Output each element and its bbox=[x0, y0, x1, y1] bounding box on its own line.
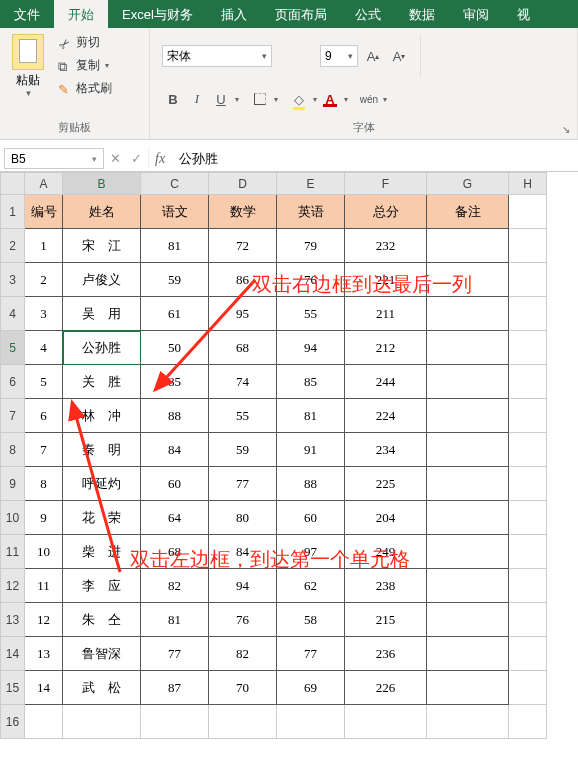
cell[interactable]: 69 bbox=[277, 671, 345, 705]
cell[interactable]: 77 bbox=[209, 467, 277, 501]
cell[interactable]: 60 bbox=[277, 501, 345, 535]
bold-button[interactable]: B bbox=[162, 88, 184, 110]
name-box[interactable]: B5 ▾ bbox=[4, 148, 104, 169]
header-total[interactable]: 总分 bbox=[345, 195, 427, 229]
cell[interactable]: 224 bbox=[345, 399, 427, 433]
cell[interactable]: 4 bbox=[25, 331, 63, 365]
cell[interactable]: 14 bbox=[25, 671, 63, 705]
cell[interactable]: 221 bbox=[345, 263, 427, 297]
italic-button[interactable]: I bbox=[186, 88, 208, 110]
cell[interactable]: 秦 明 bbox=[63, 433, 141, 467]
decrease-font-button[interactable]: A▾ bbox=[388, 45, 410, 67]
tab-insert[interactable]: 插入 bbox=[207, 0, 261, 28]
cell[interactable] bbox=[509, 399, 547, 433]
header-english[interactable]: 英语 bbox=[277, 195, 345, 229]
cell[interactable]: 9 bbox=[25, 501, 63, 535]
cell[interactable]: 82 bbox=[209, 637, 277, 671]
cell[interactable]: 7 bbox=[25, 433, 63, 467]
row-header-3[interactable]: 3 bbox=[1, 263, 25, 297]
cell[interactable]: 76 bbox=[209, 603, 277, 637]
cell[interactable] bbox=[427, 297, 509, 331]
cancel-icon[interactable]: ✕ bbox=[110, 151, 121, 166]
cell[interactable]: 80 bbox=[209, 501, 277, 535]
cell[interactable] bbox=[509, 433, 547, 467]
cell[interactable] bbox=[427, 671, 509, 705]
cell[interactable]: 关 胜 bbox=[63, 365, 141, 399]
cell[interactable]: 94 bbox=[209, 569, 277, 603]
cell[interactable]: 70 bbox=[209, 671, 277, 705]
cell[interactable]: 94 bbox=[277, 331, 345, 365]
cell[interactable]: 花 荣 bbox=[63, 501, 141, 535]
col-header-B[interactable]: B bbox=[63, 173, 141, 195]
header-chinese[interactable]: 语文 bbox=[141, 195, 209, 229]
confirm-icon[interactable]: ✓ bbox=[131, 151, 142, 166]
cell[interactable]: 77 bbox=[141, 637, 209, 671]
cell[interactable]: 79 bbox=[277, 229, 345, 263]
cell[interactable] bbox=[345, 705, 427, 739]
cell[interactable]: 50 bbox=[141, 331, 209, 365]
cell[interactable]: 204 bbox=[345, 501, 427, 535]
cell[interactable] bbox=[509, 365, 547, 399]
cell[interactable]: 吴 用 bbox=[63, 297, 141, 331]
col-header-D[interactable]: D bbox=[209, 173, 277, 195]
tab-formulas[interactable]: 公式 bbox=[341, 0, 395, 28]
cell[interactable]: 55 bbox=[209, 399, 277, 433]
font-color-button[interactable]: A bbox=[319, 88, 341, 110]
cell[interactable] bbox=[427, 501, 509, 535]
cell[interactable]: 11 bbox=[25, 569, 63, 603]
increase-font-button[interactable]: A▴ bbox=[362, 45, 384, 67]
format-painter-button[interactable]: ✎ 格式刷 bbox=[54, 78, 116, 99]
tab-excel-finance[interactable]: Excel与财务 bbox=[108, 0, 207, 28]
cell[interactable]: 81 bbox=[141, 603, 209, 637]
cell[interactable]: 武 松 bbox=[63, 671, 141, 705]
cell[interactable]: 86 bbox=[209, 263, 277, 297]
copy-button[interactable]: ⧉ 复制 ▾ bbox=[54, 55, 116, 76]
row-header-5[interactable]: 5 bbox=[1, 331, 25, 365]
cell[interactable] bbox=[427, 637, 509, 671]
cell[interactable] bbox=[63, 705, 141, 739]
col-header-F[interactable]: F bbox=[345, 173, 427, 195]
row-header-13[interactable]: 13 bbox=[1, 603, 25, 637]
col-header-A[interactable]: A bbox=[25, 173, 63, 195]
cell[interactable] bbox=[427, 399, 509, 433]
row-header-10[interactable]: 10 bbox=[1, 501, 25, 535]
row-header-8[interactable]: 8 bbox=[1, 433, 25, 467]
cell[interactable] bbox=[509, 705, 547, 739]
cell[interactable] bbox=[427, 569, 509, 603]
cell[interactable]: 呼延灼 bbox=[63, 467, 141, 501]
cell[interactable]: 236 bbox=[345, 637, 427, 671]
cell[interactable] bbox=[509, 535, 547, 569]
cell[interactable]: 88 bbox=[141, 399, 209, 433]
tab-home[interactable]: 开始 bbox=[54, 0, 108, 28]
cell[interactable]: 74 bbox=[209, 365, 277, 399]
cell[interactable]: 84 bbox=[141, 433, 209, 467]
cell[interactable]: 85 bbox=[277, 365, 345, 399]
underline-button[interactable]: U bbox=[210, 88, 232, 110]
select-all-corner[interactable] bbox=[1, 173, 25, 195]
row-header-14[interactable]: 14 bbox=[1, 637, 25, 671]
cell[interactable]: 68 bbox=[209, 331, 277, 365]
font-name-select[interactable]: 宋体 ▾ bbox=[162, 45, 272, 67]
cell[interactable]: 97 bbox=[277, 535, 345, 569]
cell[interactable]: 82 bbox=[141, 569, 209, 603]
cell[interactable]: 87 bbox=[141, 671, 209, 705]
cell[interactable]: 84 bbox=[209, 535, 277, 569]
cell[interactable] bbox=[509, 467, 547, 501]
cell[interactable]: 2 bbox=[25, 263, 63, 297]
row-header-16[interactable]: 16 bbox=[1, 705, 25, 739]
col-header-G[interactable]: G bbox=[427, 173, 509, 195]
cell[interactable]: 59 bbox=[141, 263, 209, 297]
cell[interactable]: 5 bbox=[25, 365, 63, 399]
cell[interactable]: 李 应 bbox=[63, 569, 141, 603]
cell[interactable]: 95 bbox=[209, 297, 277, 331]
cell[interactable]: 1 bbox=[25, 229, 63, 263]
cell[interactable]: 宋 江 bbox=[63, 229, 141, 263]
cell[interactable]: 卢俊义 bbox=[63, 263, 141, 297]
cell[interactable]: 55 bbox=[277, 297, 345, 331]
cell[interactable] bbox=[427, 433, 509, 467]
cell[interactable]: 225 bbox=[345, 467, 427, 501]
cell[interactable]: 64 bbox=[141, 501, 209, 535]
row-header-6[interactable]: 6 bbox=[1, 365, 25, 399]
border-button[interactable] bbox=[249, 88, 271, 110]
cell[interactable] bbox=[25, 705, 63, 739]
